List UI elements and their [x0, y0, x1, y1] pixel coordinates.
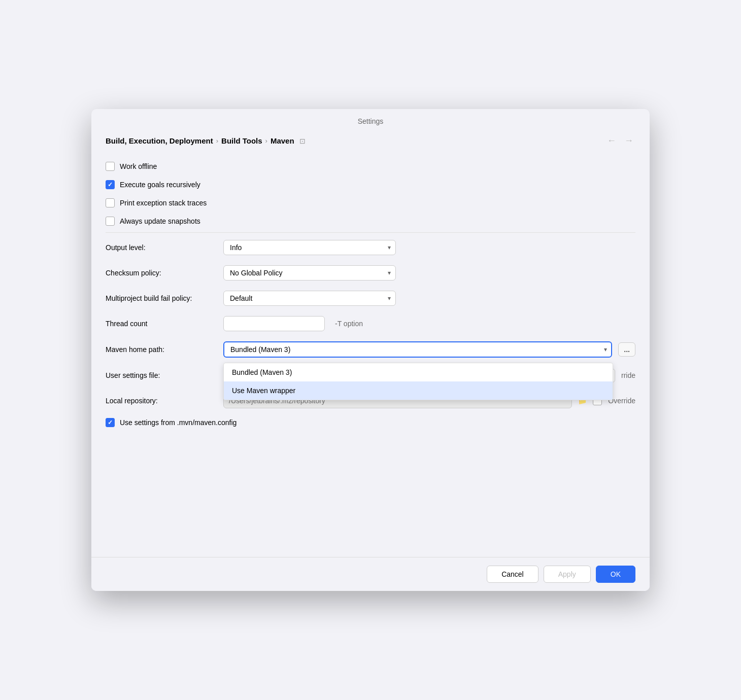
always-update-checkbox[interactable] — [106, 217, 115, 226]
mvn-config-checkbox[interactable] — [106, 418, 115, 427]
print-exceptions-checkbox[interactable] — [106, 198, 115, 207]
dialog-title: Settings — [91, 109, 650, 130]
apply-button[interactable]: Apply — [544, 566, 591, 583]
ok-button[interactable]: OK — [596, 566, 635, 583]
user-settings-override-label: rride — [621, 371, 635, 379]
breadcrumb-part2[interactable]: Build Tools — [221, 136, 262, 145]
work-offline-checkbox[interactable] — [106, 162, 115, 171]
settings-dialog: Settings Build, Execution, Deployment › … — [91, 109, 650, 591]
maven-home-dropdown: Bundled (Maven 3) Use Maven wrapper — [223, 363, 613, 400]
print-exceptions-row: Print exception stack traces — [106, 194, 635, 212]
thread-count-row: Thread count -T option — [106, 311, 635, 336]
dropdown-item-wrapper[interactable]: Use Maven wrapper — [224, 381, 613, 400]
work-offline-label: Work offline — [120, 162, 157, 170]
output-level-select-wrapper: Info Debug Warn Error ▾ — [223, 240, 396, 255]
multiproject-row: Multiproject build fail policy: Default … — [106, 286, 635, 311]
content-area: Work offline Execute goals recursively P… — [91, 155, 650, 557]
thread-count-input[interactable] — [223, 316, 325, 331]
multiproject-select[interactable]: Default After At End Never — [223, 291, 396, 306]
maven-home-select[interactable]: Bundled (Maven 3) Use Maven wrapper — [223, 341, 612, 358]
nav-back-button[interactable]: ← — [605, 134, 618, 147]
output-level-row: Output level: Info Debug Warn Error ▾ — [106, 235, 635, 260]
checksum-policy-select[interactable]: No Global Policy Warn Fail — [223, 265, 396, 281]
output-level-select[interactable]: Info Debug Warn Error — [223, 240, 396, 255]
mvn-config-label: Use settings from .mvn/maven.config — [120, 418, 237, 427]
t-option-label: -T option — [335, 320, 363, 328]
execute-goals-row: Execute goals recursively — [106, 176, 635, 194]
breadcrumb-sep2: › — [265, 137, 267, 145]
maven-home-label: Maven home path: — [106, 345, 217, 354]
checksum-policy-label: Checksum policy: — [106, 269, 217, 277]
user-settings-label: User settings file: — [106, 371, 217, 379]
breadcrumb-window-icon[interactable]: ⊡ — [299, 137, 306, 145]
always-update-row: Always update snapshots — [106, 212, 635, 230]
thread-count-label: Thread count — [106, 320, 217, 328]
execute-goals-label: Execute goals recursively — [120, 181, 200, 189]
divider1 — [106, 232, 635, 233]
checksum-policy-select-wrapper: No Global Policy Warn Fail ▾ — [223, 265, 396, 281]
nav-arrows: ← → — [605, 134, 635, 147]
output-level-label: Output level: — [106, 243, 217, 252]
breadcrumb-sep1: › — [216, 137, 218, 145]
execute-goals-checkbox[interactable] — [106, 180, 115, 189]
dropdown-item-bundled[interactable]: Bundled (Maven 3) — [224, 363, 613, 381]
print-exceptions-label: Print exception stack traces — [120, 199, 207, 207]
breadcrumb: Build, Execution, Deployment › Build Too… — [91, 130, 650, 155]
breadcrumb-part3[interactable]: Maven — [271, 136, 294, 145]
cancel-button[interactable]: Cancel — [487, 566, 538, 583]
multiproject-label: Multiproject build fail policy: — [106, 294, 217, 302]
nav-forward-button[interactable]: → — [622, 134, 635, 147]
dialog-footer: Cancel Apply OK — [91, 557, 650, 591]
maven-home-select-wrapper: Bundled (Maven 3) Use Maven wrapper ▾ — [223, 341, 612, 358]
breadcrumb-part1[interactable]: Build, Execution, Deployment — [106, 136, 213, 145]
maven-home-browse-button[interactable]: ... — [618, 342, 635, 357]
maven-home-row: Maven home path: Bundled (Maven 3) Use M… — [106, 336, 635, 363]
always-update-label: Always update snapshots — [120, 217, 200, 225]
multiproject-select-wrapper: Default After At End Never ▾ — [223, 291, 396, 306]
checksum-policy-row: Checksum policy: No Global Policy Warn F… — [106, 260, 635, 286]
mvn-config-row: Use settings from .mvn/maven.config — [106, 413, 635, 432]
local-repo-label: Local repository: — [106, 397, 217, 405]
work-offline-row: Work offline — [106, 157, 635, 176]
